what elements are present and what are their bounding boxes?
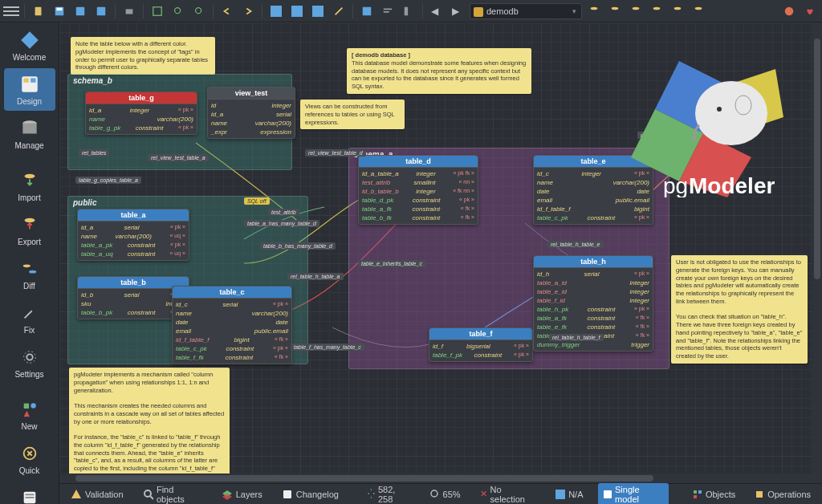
svg-marker-57 bbox=[222, 494, 232, 500]
snap-icon[interactable] bbox=[358, 2, 376, 20]
distribute-icon[interactable] bbox=[400, 2, 417, 20]
rel-f-many-c-label: table_f_has_many_table_c bbox=[291, 343, 364, 351]
rel-sql-off-label: SQL off bbox=[244, 197, 270, 205]
svg-rect-62 bbox=[694, 490, 697, 494]
view-test[interactable]: view_test idinteger id_aserial namevarch… bbox=[207, 87, 295, 139]
vertical-scrollbar[interactable] bbox=[812, 22, 822, 483]
table-e[interactable]: table_e id_cinteger« pk » namevarchar(20… bbox=[533, 155, 653, 225]
svg-point-16 bbox=[591, 6, 598, 10]
collapse-icon[interactable]: ◀ bbox=[428, 2, 446, 20]
top-toolbar: ◀ ▶ demodb bbox=[0, 0, 822, 22]
db-action-1-icon[interactable] bbox=[585, 2, 603, 20]
db-action-2-icon[interactable] bbox=[606, 2, 624, 20]
help-icon[interactable] bbox=[780, 2, 798, 20]
changelog-button[interactable]: Changelog bbox=[277, 487, 344, 502]
wand-icon[interactable] bbox=[330, 2, 348, 20]
note-views: Views can be constructed from references… bbox=[300, 100, 405, 129]
horizontal-scrollbar[interactable] bbox=[59, 474, 812, 483]
rel-inherits-label: table_e_inherits_table_c bbox=[358, 260, 425, 267]
sidebar-item-properties[interactable]: Properties bbox=[4, 482, 55, 504]
sidebar-item-diff[interactable]: Diff bbox=[4, 253, 55, 295]
manage-icon bbox=[18, 117, 41, 140]
design-icon bbox=[18, 73, 41, 96]
svg-point-33 bbox=[26, 354, 32, 360]
svg-rect-6 bbox=[153, 6, 162, 15]
db-action-4-icon[interactable] bbox=[648, 2, 665, 20]
sidebar-item-manage[interactable]: Manage bbox=[4, 112, 55, 155]
operations-button[interactable]: Operations bbox=[750, 488, 816, 501]
canvas-area[interactable]: Note the table below with a different co… bbox=[59, 22, 822, 504]
table-d[interactable]: table_d id_a_table_ainteger« pk fk » tes… bbox=[358, 155, 478, 225]
layers-button[interactable]: Layers bbox=[217, 487, 267, 502]
sidebar-item-new[interactable]: New bbox=[4, 393, 55, 436]
svg-point-22 bbox=[785, 6, 794, 15]
sidebar-item-quick[interactable]: Quick bbox=[4, 437, 55, 480]
new-file-icon[interactable] bbox=[30, 2, 47, 20]
table-c[interactable]: table_c id_cserial« pk » namevarchar(200… bbox=[172, 286, 292, 364]
rel-e-many-e-label: many_table_e_has_many_table_e bbox=[637, 132, 730, 139]
expand-icon[interactable]: ▶ bbox=[449, 2, 466, 20]
new-icon bbox=[18, 398, 41, 421]
sidebar-item-welcome[interactable]: Welcome bbox=[4, 24, 55, 67]
save-as-icon[interactable] bbox=[71, 2, 89, 20]
svg-rect-4 bbox=[97, 6, 106, 15]
svg-point-17 bbox=[612, 6, 619, 10]
svg-rect-13 bbox=[384, 8, 393, 10]
sidebar-item-import[interactable]: Import bbox=[4, 165, 55, 207]
save-icon[interactable] bbox=[51, 2, 68, 20]
single-model-button[interactable]: Single model bbox=[598, 483, 669, 505]
properties-icon bbox=[18, 486, 41, 504]
heart-icon[interactable] bbox=[801, 2, 819, 20]
db-action-3-icon[interactable] bbox=[627, 2, 645, 20]
import-icon bbox=[18, 169, 41, 192]
grid-med-icon[interactable] bbox=[288, 2, 306, 20]
export-icon bbox=[18, 213, 41, 236]
database-selector[interactable]: demodb bbox=[470, 3, 582, 19]
objects-button[interactable]: Objects bbox=[688, 488, 740, 501]
print-icon[interactable] bbox=[120, 2, 138, 20]
hamburger-menu-icon[interactable] bbox=[3, 3, 19, 19]
table-f[interactable]: table_f id_fbigserial« pk » table_f_pkco… bbox=[429, 327, 533, 362]
svg-rect-41 bbox=[25, 497, 34, 498]
svg-rect-35 bbox=[23, 404, 28, 408]
svg-marker-54 bbox=[71, 490, 81, 498]
na-status: N/A bbox=[551, 488, 588, 501]
note-demodb: [ demodb database ] This database model … bbox=[347, 48, 531, 94]
db-action-6-icon[interactable] bbox=[690, 2, 707, 20]
zoom-fit-icon[interactable] bbox=[149, 2, 166, 20]
sidebar-item-settings[interactable]: Settings bbox=[4, 341, 55, 384]
save-all-icon[interactable] bbox=[92, 2, 110, 20]
rel-view-test-a-label: rel_view_test_table_a bbox=[148, 154, 209, 161]
redo-icon[interactable] bbox=[239, 2, 257, 20]
find-objects-button[interactable]: Find objects bbox=[138, 483, 207, 505]
svg-point-36 bbox=[31, 403, 35, 408]
diff-icon bbox=[18, 258, 41, 280]
svg-point-30 bbox=[24, 218, 35, 223]
db-action-5-icon[interactable] bbox=[669, 2, 686, 20]
table-g[interactable]: table_g id_ainteger« pk » namevarchar(20… bbox=[85, 91, 197, 135]
settings-icon bbox=[18, 346, 41, 368]
selection-status: ✕ No selection bbox=[475, 483, 542, 505]
grid-small-icon[interactable] bbox=[267, 2, 285, 20]
schema-b-label: schema_b bbox=[68, 75, 291, 87]
svg-point-19 bbox=[653, 6, 661, 10]
svg-rect-12 bbox=[363, 6, 372, 15]
sidebar-item-fix[interactable]: Fix bbox=[4, 297, 55, 339]
sidebar-item-design[interactable]: Design bbox=[4, 68, 55, 111]
svg-rect-28 bbox=[22, 124, 36, 134]
validation-button[interactable]: Validation bbox=[66, 487, 128, 502]
svg-rect-11 bbox=[312, 6, 324, 17]
svg-rect-60 bbox=[555, 490, 565, 499]
align-icon[interactable] bbox=[379, 2, 397, 20]
sidebar-item-export[interactable]: Export bbox=[4, 209, 55, 251]
svg-rect-0 bbox=[35, 6, 42, 15]
note-tags: Note the table below with a different co… bbox=[71, 37, 215, 75]
undo-icon[interactable] bbox=[218, 2, 236, 20]
grid-large-icon[interactable] bbox=[309, 2, 327, 20]
zoom-in-icon[interactable] bbox=[169, 2, 187, 20]
svg-rect-40 bbox=[25, 494, 34, 495]
zoom-out-icon[interactable] bbox=[190, 2, 208, 20]
table-a[interactable]: table_a id_aserial« pk » namevarchar(200… bbox=[77, 209, 189, 261]
rel-tables-label: rel_tables bbox=[79, 149, 109, 156]
svg-point-34 bbox=[23, 352, 35, 364]
